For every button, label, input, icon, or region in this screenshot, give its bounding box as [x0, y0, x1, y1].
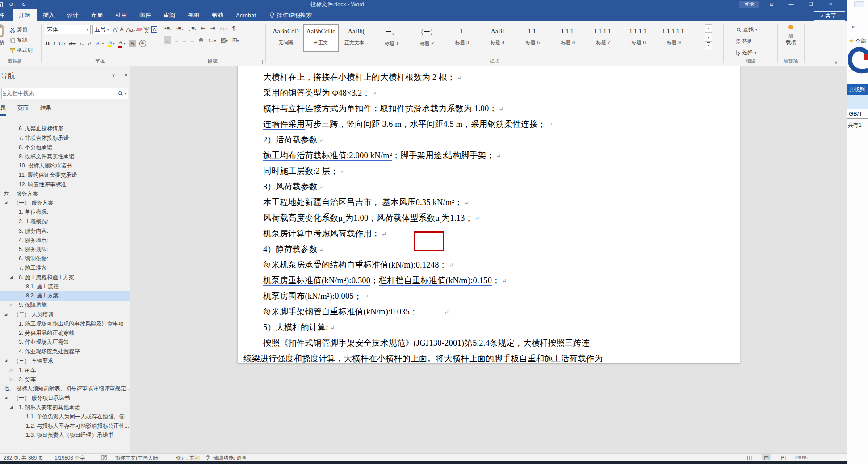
copy-button[interactable]: 复制 [10, 35, 33, 45]
style-card-标题6[interactable]: 1.1.1.标题 6 [550, 24, 586, 52]
shading-icon[interactable]: ▨▾ [220, 37, 227, 43]
nav-outline-item[interactable]: 2. 劳保用品的正确穿戴 [0, 329, 130, 338]
style-card-标题1[interactable]: 一、标题 1 [374, 24, 409, 52]
superscript-button[interactable]: x² [87, 41, 91, 46]
tab-view[interactable]: 视图 [181, 9, 205, 21]
track-changes-indicator[interactable]: 修订: 关闭 [176, 455, 199, 461]
tab-help[interactable]: 帮助 [205, 9, 230, 21]
save-icon[interactable] [0, 2, 3, 7]
align-left-icon[interactable]: ≡ [164, 36, 171, 44]
change-case-button[interactable]: Aa▾ [126, 26, 135, 33]
collapse-ribbon-icon[interactable]: ∧ [834, 60, 838, 65]
nav-outline-item[interactable]: 9. 投标文件真实性承诺 [0, 152, 130, 161]
nav-outline-item[interactable]: 4. 服务地点: [0, 236, 130, 245]
restore-icon[interactable]: ❒ [804, 0, 818, 8]
nav-outline-item[interactable]: 8.2. 施工方案 [0, 291, 130, 301]
tab-layout[interactable]: 布局 [85, 9, 109, 21]
bullet-list-icon[interactable]: •≡▾ [164, 25, 172, 32]
nav-outline-item[interactable]: 1. 单位概况: [0, 208, 130, 217]
customize-qat-icon[interactable]: ▾ [32, 3, 34, 7]
nav-tab-results[interactable]: 结果 [40, 105, 51, 116]
style-card-正文文本[interactable]: AaBb(正文文本... [339, 24, 374, 52]
chevron-down-icon[interactable]: ▾ [124, 92, 126, 96]
enclose-characters-button[interactable]: 字 [139, 40, 146, 47]
zoom-level[interactable]: 140% [794, 455, 807, 460]
clipboard-dialog-launcher-icon[interactable] [35, 60, 39, 64]
distribute-icon[interactable]: ⊜ [198, 37, 203, 43]
paste-button[interactable]: 粘贴 ▾ [0, 24, 9, 50]
collapse-triangle-icon[interactable]: ◢ [4, 356, 13, 366]
styles-dialog-launcher-icon[interactable] [716, 60, 720, 64]
tab-insert[interactable]: 插入 [37, 9, 61, 21]
document-page[interactable]: 内排架距离墙长度为0.26m；↵大横杆在上，搭接在小横杆上的大横杆根数为 2 根… [238, 66, 740, 363]
italic-button[interactable]: I [53, 40, 55, 47]
sort-icon[interactable]: A↓Z [220, 25, 228, 32]
style-card-标题3[interactable]: 1.标题 3 [444, 24, 480, 52]
nav-outline-item[interactable]: 7. 非联合体投标承诺 [0, 134, 130, 143]
style-card-标题5[interactable]: 1.1.标题 5 [515, 24, 550, 52]
nav-outline-item[interactable]: 12. 响应性评审标准 [0, 180, 130, 189]
styles-scroll-down-icon[interactable]: ▾ [705, 33, 712, 42]
cut-button[interactable]: 剪切 [10, 25, 33, 34]
nav-outline-item[interactable]: 7. 施工准备 [0, 263, 130, 273]
peek-window-button[interactable]: — [854, 1, 864, 7]
style-card-标题8[interactable]: 1.1.1.1.标题 8 [621, 24, 656, 52]
sign-in-button[interactable]: 登录 [739, 1, 759, 8]
red-highlight-box[interactable] [414, 231, 444, 251]
undo-icon[interactable]: ↺▾ [9, 1, 15, 8]
nav-outline-item[interactable]: 10. 投标人履约承诺书 [0, 161, 130, 171]
tab-mailings[interactable]: 邮件 [133, 9, 157, 21]
search-icon[interactable] [117, 91, 123, 96]
text-effects-button[interactable]: A [95, 40, 101, 47]
redo-icon[interactable]: ↻ [21, 1, 26, 8]
nav-outline-item[interactable]: 六、 服务方案 [0, 189, 130, 199]
close-icon[interactable]: × [124, 71, 128, 78]
nav-outline-item[interactable]: ◢1. 招标人要求的其他承诺 [0, 403, 130, 412]
highlight-color-button[interactable]: ab [108, 40, 112, 47]
replace-button[interactable]: abac 替换 [736, 37, 776, 46]
styles-scroll-up-icon[interactable]: ▴ [705, 24, 712, 33]
tab-acrobat[interactable]: Acrobat [230, 9, 262, 21]
bold-button[interactable]: B [46, 40, 50, 47]
format-painter-button[interactable]: 格式刷 [10, 46, 33, 55]
justify-icon[interactable]: ≡ [191, 37, 194, 43]
increase-indent-icon[interactable]: ⇥ [210, 25, 215, 32]
word-count[interactable]: 1/19803 个字 [55, 455, 85, 461]
character-shading-button[interactable]: A [129, 40, 135, 47]
shrink-font-button[interactable]: Aˇ [120, 26, 125, 33]
print-layout-icon[interactable]: ▤ [762, 454, 771, 460]
nav-outline-item[interactable]: 6. 编制依据: [0, 254, 130, 263]
nav-outline-item[interactable]: 8.1. 施工流程 [0, 282, 130, 292]
nav-outline-item[interactable]: 4. 作业现场应急处置程序 [0, 347, 130, 356]
nav-outline-item[interactable]: 8. 不分包承诺 [0, 143, 130, 152]
align-right-icon[interactable]: ≡ [183, 37, 186, 43]
nav-outline-item[interactable]: 2. 工程概况: [0, 217, 130, 226]
style-card-标题7[interactable]: 1.1.1.1.标题 7 [586, 24, 621, 52]
character-border-button[interactable]: A [151, 26, 157, 33]
accessibility-status[interactable]: 辅助功能: 调查 [213, 455, 247, 461]
style-card-标题2[interactable]: （一）标题 2 [409, 24, 444, 52]
nav-outline-item[interactable]: ▷9. 保障措施 [0, 301, 130, 310]
nav-search-box[interactable]: ▾ [1, 88, 128, 99]
chevron-down-icon[interactable]: ∨ [112, 72, 115, 78]
tab-review[interactable]: 审阅 [157, 9, 181, 21]
nav-tab-headings[interactable]: 标题 [0, 105, 6, 116]
minimize-icon[interactable]: — [784, 0, 798, 8]
numbered-list-icon[interactable]: 1≡▾ [176, 25, 183, 32]
nav-outline-item[interactable]: 3. 作业现场入厂需知 [0, 338, 130, 347]
nav-outline-item[interactable]: 11. 履约保证金提交承诺 [0, 171, 130, 180]
decrease-indent-icon[interactable]: ⇤ [201, 25, 206, 32]
expand-triangle-icon[interactable]: ▷ [10, 366, 19, 375]
nav-outline-item[interactable]: 6. 无禁止投标情形 [0, 124, 130, 134]
share-button[interactable]: ↗ 共享 ▾ [814, 11, 845, 21]
paragraph-dialog-launcher-icon[interactable] [259, 60, 263, 64]
collapse-triangle-icon[interactable]: ◢ [4, 198, 13, 208]
style-card-标题4[interactable]: AaBl标题 4 [480, 24, 515, 52]
nav-outline-item[interactable]: 1.3. 项目负责人（项目经理）承诺书 [0, 431, 130, 440]
select-button[interactable]: 选择▾ [736, 48, 776, 58]
style-card-无间隔[interactable]: AaBbCcD无间隔 [268, 24, 303, 52]
peek-selected-row[interactable] [847, 95, 868, 109]
nav-tab-pages[interactable]: 页面 [17, 105, 29, 116]
align-center-icon[interactable]: ≡ [175, 37, 179, 43]
ribbon-display-options-icon[interactable]: ⊡ [765, 0, 778, 8]
